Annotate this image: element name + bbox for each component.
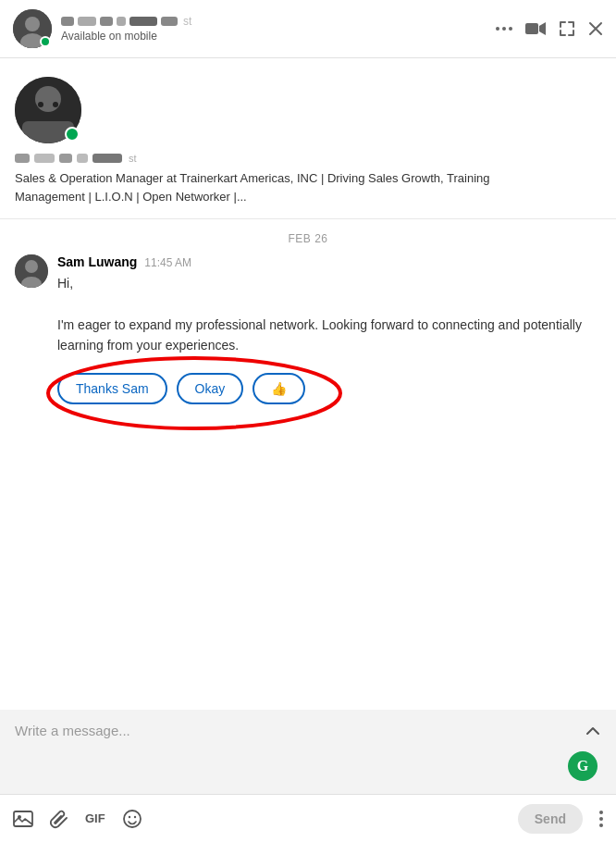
- expand-compose-icon[interactable]: [585, 723, 601, 744]
- quick-replies: Thanks Sam Okay 👍: [57, 373, 601, 404]
- video-call-icon[interactable]: [525, 21, 546, 36]
- profile-section: st Sales & Operation Manager at Trainerk…: [0, 58, 616, 219]
- svg-point-1: [25, 17, 40, 31]
- compose-bottom: G: [15, 751, 601, 781]
- grammarly-g-letter: G: [577, 758, 588, 774]
- header-name-placeholder: st: [61, 15, 496, 28]
- grammarly-icon[interactable]: G: [568, 751, 598, 781]
- expand-icon[interactable]: [559, 20, 575, 37]
- message-row: Sam Luwang 11:45 AM Hi, I'm eager to exp…: [15, 254, 601, 356]
- svg-point-17: [133, 815, 135, 817]
- date-separator: FEB 26: [0, 219, 616, 254]
- svg-point-10: [25, 260, 38, 273]
- svg-rect-3: [525, 23, 538, 34]
- compose-area[interactable]: Write a message... G: [0, 710, 616, 794]
- profile-title: Sales & Operation Manager at Trainerkart…: [15, 169, 551, 205]
- more-options-icon[interactable]: [496, 27, 512, 31]
- thanks-sam-button[interactable]: Thanks Sam: [57, 373, 167, 404]
- message-text: Hi, I'm eager to expand my professional …: [57, 273, 601, 356]
- sender-name: Sam Luwang: [57, 254, 137, 269]
- close-icon[interactable]: [588, 21, 603, 36]
- header-status: Available on mobile: [61, 30, 496, 43]
- svg-point-8: [53, 102, 58, 107]
- svg-point-16: [128, 815, 129, 817]
- header-avatar-wrap: [13, 9, 52, 48]
- sender-avatar: [15, 254, 48, 288]
- chat-header: st Available on mobile: [0, 0, 616, 58]
- svg-point-7: [38, 102, 43, 107]
- image-attach-icon[interactable]: [13, 810, 33, 828]
- compose-top: Write a message...: [15, 723, 601, 744]
- profile-name-placeholder: st: [15, 153, 137, 164]
- svg-point-5: [35, 86, 61, 112]
- gif-button[interactable]: GIF: [85, 811, 105, 825]
- bottom-toolbar: GIF Send: [0, 794, 616, 842]
- okay-button[interactable]: Okay: [177, 373, 244, 404]
- message-header: Sam Luwang 11:45 AM: [57, 254, 601, 269]
- profile-online-indicator: [65, 127, 80, 142]
- emoji-icon[interactable]: [122, 809, 142, 829]
- attachment-icon[interactable]: [50, 809, 68, 829]
- message-time: 11:45 AM: [144, 256, 191, 269]
- toolbar-more-icon[interactable]: [599, 811, 603, 827]
- send-button[interactable]: Send: [518, 804, 583, 834]
- header-info: st Available on mobile: [61, 15, 496, 43]
- profile-avatar-wrap: [15, 77, 81, 143]
- quick-replies-container: Thanks Sam Okay 👍: [57, 373, 601, 404]
- compose-placeholder[interactable]: Write a message...: [15, 723, 130, 738]
- online-indicator: [40, 36, 51, 47]
- message-content: Sam Luwang 11:45 AM Hi, I'm eager to exp…: [57, 254, 601, 356]
- header-actions: [496, 20, 603, 37]
- thumbsup-button[interactable]: 👍: [253, 373, 305, 404]
- message-area: Sam Luwang 11:45 AM Hi, I'm eager to exp…: [0, 254, 616, 423]
